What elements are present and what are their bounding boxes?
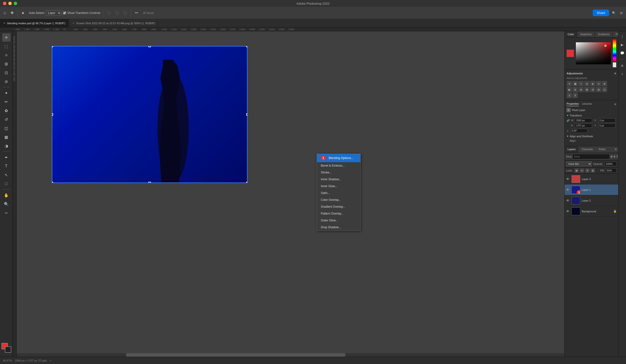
blend-mode-dropdown[interactable]: Hard Mix Normal Multiply Screen Overlay … xyxy=(566,162,592,166)
posterize-adj[interactable]: ⊞ xyxy=(596,87,601,92)
panels-button[interactable]: ⊟ xyxy=(619,10,624,16)
gradient-map-adj[interactable]: ⊻ xyxy=(567,93,572,98)
opacity-input[interactable] xyxy=(604,162,617,166)
zoom-tool[interactable]: 🔍 xyxy=(2,200,10,208)
object-select-tool[interactable]: ⊞ xyxy=(2,60,10,68)
color-lookup-adj[interactable]: ⊠ xyxy=(584,87,589,92)
lock-artboard-button[interactable]: ⊞ xyxy=(590,168,595,173)
home-button[interactable]: ⌂ xyxy=(2,9,8,16)
canvas-area[interactable]: -200 -100 0 100 200 300 400 500 600 700 … xyxy=(13,31,564,357)
vibrance-adj[interactable]: ◈ xyxy=(590,81,595,86)
context-menu-item-gradient-overlay[interactable]: Gradient Overlay... xyxy=(317,203,360,210)
color-gradient-handle[interactable] xyxy=(604,45,606,47)
y-input[interactable] xyxy=(598,123,616,128)
auto-select-dropdown[interactable]: Layer Group xyxy=(46,10,61,16)
selection-handle-bottom-middle[interactable] xyxy=(149,182,151,183)
tab-screenshot[interactable]: × Screen Shot 2022-09-22 at 10.57.43 AM.… xyxy=(69,19,157,27)
tab-gradients[interactable]: Gradients xyxy=(595,31,613,37)
transform-header[interactable]: ▼ Transform xyxy=(567,114,616,117)
brightness-contrast-adj[interactable]: ☀ xyxy=(567,81,572,86)
selection-handle-middle-right[interactable] xyxy=(246,113,247,116)
path-selection-tool[interactable]: ↖ xyxy=(2,171,10,179)
levels-adj[interactable]: ▦ xyxy=(572,81,578,86)
adjustments-menu[interactable]: ≡ xyxy=(614,71,616,75)
exposure-adj[interactable]: ◎ xyxy=(584,81,589,86)
history-brush-tool[interactable]: ↺ xyxy=(2,115,10,123)
panel-collapse-button[interactable]: ⟩ xyxy=(619,33,626,40)
background-color[interactable] xyxy=(5,346,11,353)
filter-text-button[interactable]: T xyxy=(617,154,618,159)
eyedropper-tool[interactable]: ⊘ xyxy=(2,77,10,86)
layer-item-layer1[interactable]: 👁 1 Layer 1 xyxy=(565,184,618,195)
tab-channels[interactable]: Channels xyxy=(579,146,596,153)
visibility-layer1[interactable]: 👁 xyxy=(566,188,570,192)
visibility-background[interactable]: 👁 xyxy=(566,209,570,213)
context-menu-item-color-overlay[interactable]: Color Overlay... xyxy=(317,197,360,203)
scroll-thumb-horizontal[interactable] xyxy=(126,353,345,357)
layer-item-background[interactable]: 👁 Background 🔒 xyxy=(565,206,618,217)
context-menu-item-stroke[interactable]: Stroke... xyxy=(317,169,360,176)
context-menu-item-drop-shadow[interactable]: Drop Shadow... xyxy=(317,224,360,231)
photo-filter-adj[interactable]: ⊛ xyxy=(572,87,578,92)
lock-pixels-button[interactable]: ⊠ xyxy=(574,168,579,173)
gradient-tool[interactable]: ▦ xyxy=(2,133,10,141)
tab-blending-modes[interactable]: × blending modes.psd @ 66.7% (Layer 1, R… xyxy=(0,19,69,27)
selection-handle-middle-left[interactable] xyxy=(52,113,53,116)
close-button[interactable] xyxy=(3,2,6,5)
angle-input[interactable] xyxy=(570,129,587,133)
context-menu-item-inner-shadow[interactable]: Inner Shadow... xyxy=(317,176,360,183)
layers-search[interactable] xyxy=(572,154,610,159)
context-menu-item-bevel-emboss[interactable]: Bevel & Emboss... xyxy=(317,162,360,169)
lasso-tool[interactable]: ⌾ xyxy=(2,51,10,59)
color-gradient[interactable] xyxy=(576,42,611,64)
move-tool[interactable]: ✛ xyxy=(2,33,10,41)
channel-mixer-adj[interactable]: ⊗ xyxy=(578,87,584,92)
tab-paths[interactable]: Paths xyxy=(596,146,609,153)
more-options-button[interactable]: ••• xyxy=(133,10,140,16)
fill-input[interactable] xyxy=(605,168,617,173)
text-tool[interactable]: T xyxy=(2,162,10,170)
filter-pixel-button[interactable]: ⊞ xyxy=(611,154,613,159)
color-alpha-strip[interactable] xyxy=(613,62,616,67)
tab-properties[interactable]: Properties xyxy=(567,102,579,106)
brush-tool[interactable]: ✏ xyxy=(2,98,10,106)
status-arrow[interactable]: > xyxy=(50,359,51,362)
hue-saturation-adj[interactable]: ⊙ xyxy=(596,81,601,86)
move-tool-button[interactable]: ✥ xyxy=(9,9,15,16)
lock-position-button[interactable]: ✛ xyxy=(585,168,589,173)
curves-adj[interactable]: ∿ xyxy=(578,81,584,86)
font-button[interactable]: A xyxy=(619,62,626,69)
lock-paint-button[interactable]: ✏ xyxy=(580,168,584,173)
shape-tool[interactable]: □ xyxy=(2,180,10,188)
height-input[interactable] xyxy=(575,123,592,128)
tab-close-1[interactable]: × xyxy=(3,21,5,25)
layer-item-layer2[interactable]: 👁 Layer 2 xyxy=(565,195,618,206)
visibility-layer3[interactable]: 👁 xyxy=(566,177,570,181)
selection-handle-bottom-right[interactable] xyxy=(246,182,247,183)
horizontal-scrollbar[interactable] xyxy=(17,353,564,357)
crop-tool[interactable]: ⊡ xyxy=(2,69,10,77)
dodge-tool[interactable]: ◑ xyxy=(2,142,10,150)
pen-tool[interactable]: ✒ xyxy=(2,153,10,162)
context-menu-item-satin[interactable]: Satin... xyxy=(317,190,360,197)
extra-tools-button[interactable]: ••• xyxy=(2,209,10,217)
align-right-button[interactable]: ⬛ xyxy=(122,10,128,16)
color-balance-adj[interactable]: ⊕ xyxy=(602,81,607,86)
x-input[interactable] xyxy=(598,119,616,122)
healing-brush-tool[interactable]: ✦ xyxy=(2,89,10,97)
black-white-adj[interactable]: ◐ xyxy=(567,87,572,92)
align-center-button[interactable]: ⬛ xyxy=(114,10,120,16)
properties-menu[interactable]: ≡ xyxy=(614,102,616,106)
align-header[interactable]: ▼ Align and Distribute xyxy=(567,135,616,138)
context-menu-item-outer-glow[interactable]: Outer Glow... xyxy=(317,217,360,224)
context-menu-item-inner-glow[interactable]: Inner Glow... xyxy=(317,183,360,190)
layers-menu[interactable]: ≡ xyxy=(613,146,618,153)
selection-handle-bottom-left[interactable] xyxy=(52,182,53,183)
selection-option-button[interactable]: ▣ xyxy=(20,10,25,15)
context-menu-item-blending-options[interactable]: 1 Blending Options... xyxy=(317,154,360,162)
tab-layers[interactable]: Layers xyxy=(565,146,579,153)
threshold-adj[interactable]: ⊡ xyxy=(602,87,607,92)
tab-close-2[interactable]: × xyxy=(72,21,74,25)
selective-color-adj[interactable]: ⊼ xyxy=(572,93,578,98)
tab-libraries[interactable]: Libraries xyxy=(582,102,592,106)
